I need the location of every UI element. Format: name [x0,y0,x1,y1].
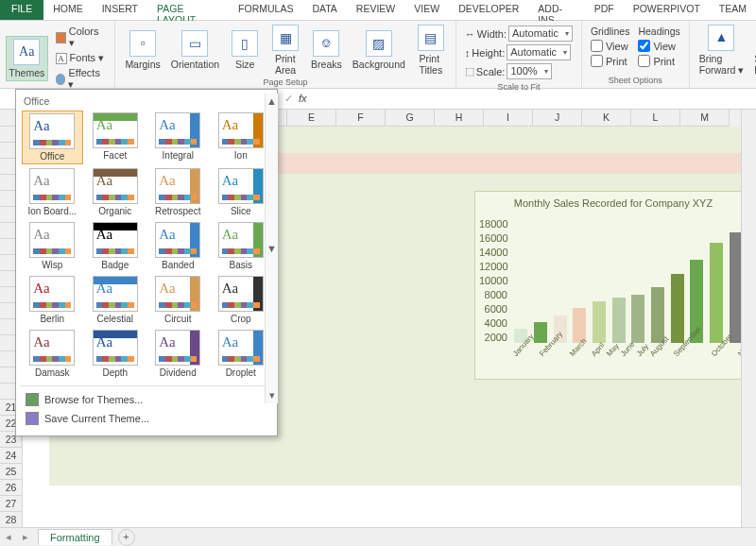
column-header[interactable]: M [680,110,730,127]
colors-button[interactable]: Colors ▾ [53,25,108,50]
theme-item-wisp[interactable]: AaWisp [22,220,83,272]
tab-addins[interactable]: ADD-INS [528,0,584,20]
theme-item-damask[interactable]: AaDamask [22,328,83,380]
headings-print-checkbox[interactable]: Print [637,54,680,68]
theme-item-slice[interactable]: AaSlice [211,166,272,218]
column-header[interactable]: G [386,110,435,127]
themes-label: Themes [9,67,44,78]
tab-powerpivot[interactable]: POWERPIVOT [624,0,710,20]
print-area-button[interactable]: ▦Print Area [266,23,304,77]
vertical-scrollbar[interactable] [741,110,756,527]
theme-item-droplet[interactable]: AaDroplet [211,328,272,380]
theme-item-banded[interactable]: AaBanded [147,220,209,272]
column-header[interactable]: L [631,110,680,127]
sheet-tab-formatting[interactable]: Formatting [38,529,112,545]
breaks-button[interactable]: ⎊Breaks [307,28,346,72]
theme-item-badge[interactable]: AaBadge [85,220,146,272]
breaks-icon: ⎊ [313,30,339,57]
size-button[interactable]: ▯Size [226,28,264,72]
chart-bar [631,295,644,343]
chart-bar [651,287,664,343]
theme-item-circuit[interactable]: AaCircuit [147,274,209,326]
fx-icon[interactable]: fx [299,93,307,105]
theme-item-ion[interactable]: AaIon [211,111,272,164]
tab-team[interactable]: Team [710,0,756,20]
height-select[interactable]: Automatic [507,44,571,60]
column-header[interactable]: I [484,110,533,127]
chart-bar [671,274,684,343]
headings-view-checkbox[interactable]: View [637,39,680,53]
new-sheet-button[interactable]: + [118,529,135,546]
group-scale-to-fit: Scale to Fit [462,82,576,93]
tab-data[interactable]: DATA [302,0,346,20]
effects-button[interactable]: Effects ▾ [53,66,108,92]
gridlines-view-checkbox[interactable]: View [590,39,630,53]
print-area-icon: ▦ [272,25,299,51]
tab-insert[interactable]: INSERT [93,0,147,20]
tab-pdf[interactable]: PDF [585,0,624,20]
chart-bar [593,301,606,343]
scale-select[interactable]: 100% [507,63,551,79]
theme-item-berlin[interactable]: AaBerlin [22,274,83,326]
group-page-setup: Page Setup [121,77,449,88]
theme-item-ion-board-[interactable]: AaIon Board... [22,166,83,218]
row-header[interactable]: 27 [0,496,23,512]
theme-item-organic[interactable]: AaOrganic [85,166,146,218]
width-icon: ↔ [465,28,475,40]
gridlines-print-checkbox[interactable]: Print [590,54,630,68]
margins-button[interactable]: ▫Margins [121,28,163,72]
theme-item-retrospect[interactable]: AaRetrospect [147,166,209,218]
themes-button[interactable]: Aa Themes [6,36,48,81]
background-button[interactable]: ▨Background [349,28,409,72]
tab-view[interactable]: VIEW [404,0,449,20]
row-header[interactable]: 24 [0,448,23,464]
tab-home[interactable]: HOME [43,0,93,20]
column-header[interactable]: H [435,110,484,127]
themes-scrollbar[interactable]: ▲▼▾ [265,94,278,403]
margins-icon: ▫ [129,30,156,57]
theme-item-celestial[interactable]: AaCelestial [85,274,146,326]
gridlines-heading: Gridlines [590,25,630,38]
theme-item-office[interactable]: AaOffice [22,111,83,164]
browse-themes-menuitem[interactable]: Browse for Themes... [22,390,271,409]
height-icon: ↕ [465,47,471,59]
tab-file[interactable]: FILE [0,0,43,20]
themes-icon: Aa [13,39,40,65]
send-backward-button[interactable]: ▼Send Backward ▾ [750,23,756,77]
save-theme-icon [26,412,39,425]
background-icon: ▨ [366,30,392,57]
orientation-button[interactable]: ▭Orientation [167,28,223,72]
print-titles-button[interactable]: ▤Print Titles [412,23,450,77]
group-arrange: Arrange [696,77,756,88]
theme-item-dividend[interactable]: AaDividend [147,328,209,380]
theme-item-facet[interactable]: AaFacet [85,111,146,164]
size-icon: ▯ [232,30,258,57]
theme-item-crop[interactable]: AaCrop [211,274,272,326]
column-header[interactable]: E [287,110,336,127]
tab-review[interactable]: REVIEW [347,0,404,20]
column-header[interactable]: J [533,110,582,127]
theme-item-basis[interactable]: AaBasis [211,220,272,272]
column-header[interactable]: K [582,110,631,127]
bring-forward-button[interactable]: ▲Bring Forward ▾ [696,23,747,77]
embedded-chart[interactable]: Monthly Sales Recorded for Company XYZ 1… [474,191,752,380]
save-theme-menuitem[interactable]: Save Current Theme... [22,409,271,428]
tab-page-layout[interactable]: PAGE LAYOUT [147,0,229,20]
tab-nav-prev[interactable]: ◂ [0,531,17,543]
tab-developer[interactable]: DEVELOPER [449,0,528,20]
row-header[interactable]: 25 [0,464,23,480]
row-header[interactable]: 28 [0,512,23,527]
width-select[interactable]: Automatic [508,26,573,42]
theme-item-depth[interactable]: AaDepth [85,328,146,380]
theme-item-integral[interactable]: AaIntegral [147,111,209,164]
themes-section-label: Office [20,94,273,109]
browse-themes-icon [26,393,39,406]
themes-gallery-dropdown: Office AaOfficeAaFacetAaIntegralAaIonAaI… [15,89,278,436]
tab-formulas[interactable]: FORMULAS [229,0,302,20]
tab-nav-next[interactable]: ▸ [17,531,34,543]
row-header[interactable]: 26 [0,480,23,496]
fonts-button[interactable]: AFonts ▾ [53,51,108,65]
column-header[interactable]: F [336,110,386,127]
enter-formula-icon[interactable]: ✓ [284,93,293,105]
sheet-tab-bar: ◂ ▸ Formatting + [0,527,756,546]
